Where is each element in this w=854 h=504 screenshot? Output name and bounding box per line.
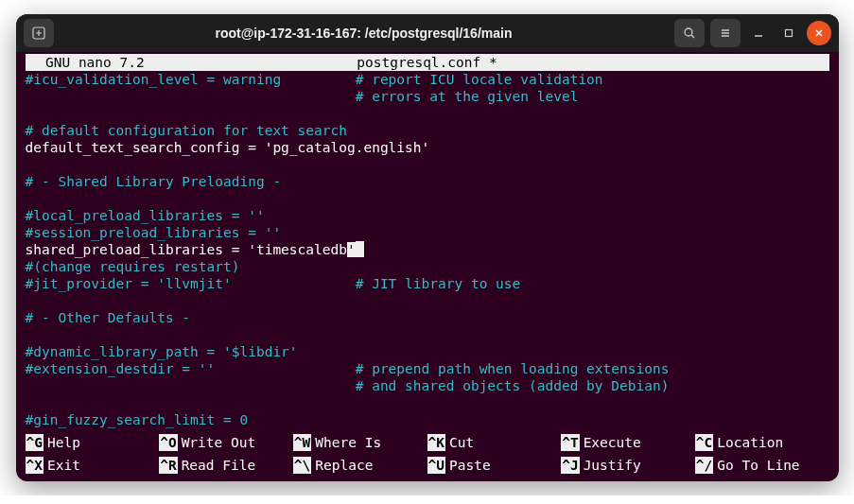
- shortcut-item: ^CLocation: [695, 434, 829, 451]
- svg-line-4: [691, 35, 694, 38]
- shortcut-key: ^U: [427, 457, 445, 474]
- editor-line: [26, 326, 829, 343]
- shortcut-key: ^C: [695, 434, 713, 451]
- editor-content[interactable]: #icu_validation_level = warning # report…: [26, 71, 829, 428]
- editor-line: # default configuration for text search: [26, 122, 829, 139]
- shortcut-key: ^K: [427, 434, 445, 451]
- shortcut-item: ^XExit: [26, 457, 160, 474]
- search-button[interactable]: [674, 19, 705, 47]
- shortcut-key: ^/: [695, 457, 713, 474]
- editor-line: #extension_destdir = '' # prepend path w…: [26, 360, 829, 377]
- minimize-button[interactable]: [746, 21, 771, 45]
- editor-line: #jit_provider = 'llvmjit' # JIT library …: [26, 275, 829, 292]
- editor-line: # - Other Defaults -: [26, 309, 829, 326]
- shortcut-label: Paste: [449, 457, 491, 474]
- shortcut-label: Execute: [584, 434, 641, 451]
- shortcut-item: ^UPaste: [427, 457, 562, 474]
- editor-line: #local_preload_libraries = '': [26, 207, 829, 224]
- titlebar: root@ip-172-31-16-167: /etc/postgresql/1…: [16, 14, 839, 52]
- shortcut-item: ^\Replace: [293, 457, 427, 474]
- new-tab-button[interactable]: [24, 19, 54, 47]
- editor-line: shared_preload_libraries = 'timescaledb': [26, 241, 829, 258]
- close-button[interactable]: [807, 21, 831, 45]
- shortcut-label: Go To Line: [717, 457, 799, 474]
- editor-line: #dynamic_library_path = '$libdir': [26, 343, 829, 360]
- shortcut-label: Justify: [584, 457, 641, 474]
- editor-line: # - Shared Library Preloading -: [26, 173, 829, 190]
- window-title: root@ip-172-31-16-167: /etc/postgresql/1…: [61, 26, 667, 41]
- text-cursor: [356, 241, 364, 257]
- shortcut-item: ^GHelp: [26, 434, 160, 451]
- shortcut-item: ^OWrite Out: [159, 434, 293, 451]
- editor-line: #icu_validation_level = warning # report…: [26, 71, 829, 88]
- editor-line: default_text_search_config = 'pg_catalog…: [26, 139, 829, 156]
- shortcut-label: Replace: [315, 457, 373, 474]
- shortcut-item: ^KCut: [427, 434, 562, 451]
- menu-button[interactable]: [710, 19, 741, 47]
- editor-line: [26, 190, 829, 207]
- editor-line: [26, 394, 829, 411]
- shortcut-key: ^W: [293, 434, 311, 451]
- shortcut-label: Cut: [449, 434, 474, 451]
- shortcut-key: ^X: [26, 457, 44, 474]
- shortcut-item: ^/Go To Line: [695, 457, 829, 474]
- editor-line: # errors at the given level: [26, 88, 829, 105]
- shortcut-key: ^O: [159, 434, 177, 451]
- editor-line: #session_preload_libraries = '': [26, 224, 829, 241]
- editor-line: #(change requires restart): [26, 258, 829, 275]
- shortcut-item: ^RRead File: [159, 457, 293, 474]
- nano-app-label: GNU nano 7.2: [29, 54, 145, 71]
- nano-header: GNU nano 7.2 postgresql.conf *: [26, 54, 829, 71]
- shortcut-row-2: ^XExit^RRead File^\Replace^UPaste^JJusti…: [26, 457, 829, 474]
- shortcut-item: ^JJustify: [561, 457, 695, 474]
- shortcut-row-1: ^GHelp^OWrite Out^WWhere Is^KCut^TExecut…: [26, 434, 829, 451]
- shortcut-item: ^TExecute: [561, 434, 695, 451]
- shortcut-label: Where Is: [315, 434, 381, 451]
- shortcut-label: Write Out: [182, 434, 256, 451]
- editor-line: [26, 156, 829, 173]
- shortcut-key: ^G: [26, 434, 44, 451]
- editor-line: [26, 105, 829, 122]
- shortcut-key: ^T: [561, 434, 579, 451]
- editor-line: [26, 292, 829, 309]
- terminal-window: root@ip-172-31-16-167: /etc/postgresql/1…: [16, 14, 839, 481]
- shortcut-key: ^R: [159, 457, 177, 474]
- maximize-button[interactable]: [776, 21, 801, 45]
- svg-point-3: [685, 28, 692, 36]
- editor-line: #gin_fuzzy_search_limit = 0: [26, 411, 829, 428]
- terminal-content[interactable]: GNU nano 7.2 postgresql.conf * #icu_vali…: [16, 52, 839, 481]
- shortcut-label: Read File: [182, 457, 256, 474]
- svg-rect-9: [785, 30, 792, 37]
- shortcut-key: ^\: [293, 457, 311, 474]
- shortcut-label: Location: [717, 434, 783, 451]
- shortcut-item: ^WWhere Is: [293, 434, 427, 451]
- shortcut-label: Exit: [47, 457, 80, 474]
- shortcut-label: Help: [47, 434, 80, 451]
- shortcut-key: ^J: [561, 457, 579, 474]
- editor-line: # and shared objects (added by Debian): [26, 377, 829, 394]
- nano-file-label: postgresql.conf *: [145, 54, 710, 71]
